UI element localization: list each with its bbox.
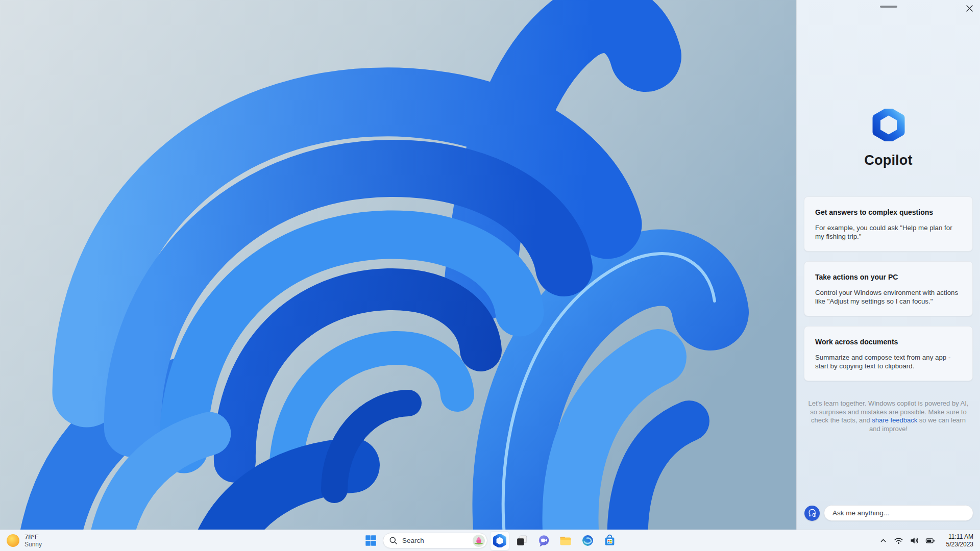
file-explorer-button[interactable] <box>556 531 575 550</box>
card-body: For example, you could ask "Help me plan… <box>815 223 962 241</box>
teams-chat-button[interactable] <box>534 531 553 550</box>
search-label: Search <box>402 537 473 544</box>
hint-card-actions: Take actions on your PC Control your Win… <box>804 261 973 316</box>
system-tray: 11:11 AM 5/23/2023 <box>879 530 980 551</box>
card-body: Summarize and compose text from any app … <box>815 353 962 370</box>
hint-cards: Get answers to complex questions For exa… <box>797 196 980 381</box>
ask-me-anything-input[interactable] <box>824 505 973 521</box>
prompt-input-row <box>804 505 973 521</box>
panel-drag-handle[interactable] <box>880 6 897 8</box>
tray-chevron-button[interactable] <box>879 536 888 545</box>
clock-date: 5/23/2023 <box>946 541 973 548</box>
new-chat-icon <box>808 509 817 517</box>
share-feedback-link[interactable]: share feedback <box>872 416 917 424</box>
card-title: Take actions on your PC <box>815 273 962 281</box>
close-button[interactable] <box>963 2 976 15</box>
edge-button[interactable] <box>578 531 597 550</box>
sun-icon <box>6 534 20 547</box>
clock-time: 11:11 AM <box>946 533 973 541</box>
wifi-icon <box>894 537 903 545</box>
weather-text: 78°F Sunny <box>24 533 42 548</box>
taskbar: 78°F Sunny Search <box>0 530 980 551</box>
weather-condition: Sunny <box>24 541 42 548</box>
card-title: Work across documents <box>815 338 962 346</box>
battery-icon <box>925 536 935 545</box>
chevron-up-icon <box>879 536 888 545</box>
ai-disclaimer: Let's learn together. Windows copilot is… <box>807 399 970 433</box>
close-icon <box>966 5 973 12</box>
copilot-panel: Copilot Get answers to complex questions… <box>796 0 980 530</box>
bloom-wallpaper-art <box>0 0 796 530</box>
desktop-wallpaper <box>0 0 796 530</box>
hint-card-answers: Get answers to complex questions For exa… <box>804 196 973 252</box>
clock[interactable]: 11:11 AM 5/23/2023 <box>946 533 973 548</box>
copilot-icon <box>493 534 506 547</box>
new-chat-button[interactable] <box>804 506 820 521</box>
copilot-logo-icon <box>872 109 905 141</box>
battery-button[interactable] <box>925 536 935 545</box>
edge-icon <box>581 534 594 547</box>
volume-icon <box>910 536 919 545</box>
card-body: Control your Windows environment with ac… <box>815 288 962 306</box>
file-explorer-icon <box>559 534 572 547</box>
card-title: Get answers to complex questions <box>815 208 962 216</box>
task-view-icon <box>516 534 528 547</box>
taskbar-copilot-button[interactable] <box>490 531 509 550</box>
hint-card-documents: Work across documents Summarize and comp… <box>804 326 973 381</box>
task-view-button[interactable] <box>512 531 531 550</box>
lotus-thumbnail <box>473 535 485 547</box>
volume-button[interactable] <box>910 536 919 545</box>
weather-widget[interactable]: 78°F Sunny <box>0 530 47 551</box>
search-icon <box>389 536 398 545</box>
panel-title: Copilot <box>797 153 980 168</box>
start-button[interactable] <box>361 531 380 550</box>
store-icon <box>603 534 616 547</box>
panel-header: Copilot <box>797 109 980 168</box>
start-icon <box>364 534 377 547</box>
weather-temperature: 78°F <box>24 533 42 541</box>
taskbar-center: Search <box>361 530 619 551</box>
search-box[interactable]: Search <box>383 533 487 548</box>
teams-chat-icon <box>537 534 550 547</box>
wifi-button[interactable] <box>894 537 903 545</box>
store-button[interactable] <box>600 531 619 550</box>
